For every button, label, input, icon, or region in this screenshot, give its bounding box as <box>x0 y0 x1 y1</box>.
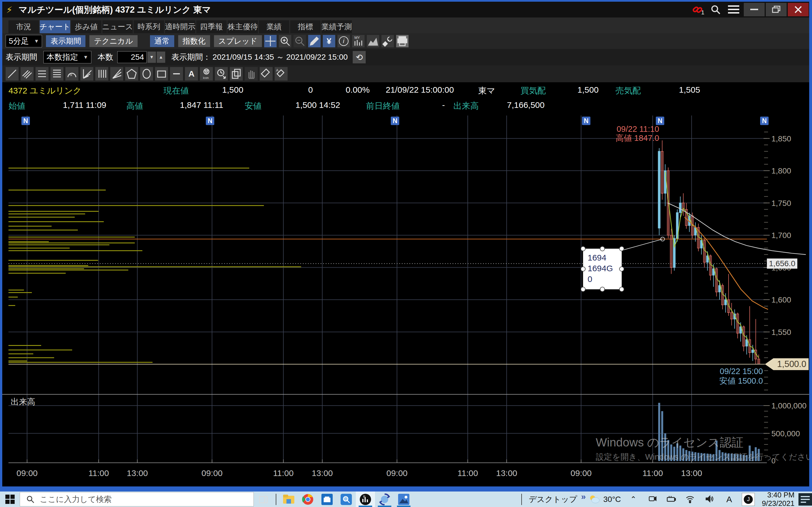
ime-mode-letter[interactable]: A <box>719 492 739 507</box>
parallel-hatch-icon[interactable] <box>20 67 34 80</box>
menu-icon[interactable] <box>725 3 743 16</box>
tab-0[interactable]: 市況 <box>8 20 39 33</box>
taskbar-divider-1 <box>273 492 279 507</box>
sync-app-icon[interactable] <box>375 492 394 507</box>
h-segment-icon[interactable] <box>170 67 183 80</box>
minimize-button[interactable] <box>744 3 765 16</box>
restore-button[interactable] <box>766 3 786 16</box>
text-tool-icon[interactable]: A <box>185 67 198 80</box>
tab-9[interactable]: 指標 <box>290 20 320 33</box>
fibonacci-arc-icon[interactable]: fx <box>65 67 79 80</box>
chrome-icon[interactable] <box>298 492 317 507</box>
marketspeed-app-icon[interactable]: R <box>356 492 375 507</box>
rectangle-icon[interactable] <box>155 67 168 80</box>
search-app-icon[interactable] <box>337 492 356 507</box>
file-explorer-icon[interactable] <box>279 492 298 507</box>
vertical-lines-icon[interactable] <box>95 67 108 80</box>
eraser-all-icon[interactable]: A <box>274 67 288 80</box>
selection-handle[interactable] <box>600 287 605 291</box>
ellipse-icon[interactable] <box>140 67 153 80</box>
pencil-icon[interactable] <box>308 35 320 47</box>
tab-7[interactable]: 株主優待 <box>227 20 258 33</box>
windows-watermark-title: Windows のライセンス認証 <box>596 436 744 449</box>
info-icon[interactable]: i <box>338 35 350 47</box>
copy-layers-icon[interactable] <box>230 67 243 80</box>
quote-row-2: 始値1,711 11:09高値1,847 11:11安値1,500 14:52前… <box>2 98 809 113</box>
wrench-icon[interactable] <box>382 35 394 47</box>
search-icon[interactable] <box>707 3 725 16</box>
desktop-toolbar[interactable]: デスクトップ» <box>525 492 588 507</box>
crosshair-icon[interactable] <box>264 35 276 47</box>
count-up-button[interactable]: ▲ <box>157 52 165 63</box>
selection-handle[interactable] <box>581 287 585 291</box>
battery-icon[interactable] <box>662 492 681 507</box>
tab-10[interactable]: 業績予測 <box>321 20 352 33</box>
eraser-icon[interactable] <box>260 67 273 80</box>
tray-expand-chevron-icon[interactable]: ⌃ <box>624 492 643 507</box>
toolbar-button-3[interactable]: 指数化 <box>178 35 210 47</box>
selection-handle[interactable] <box>619 287 624 291</box>
photos-app-icon[interactable] <box>394 492 413 507</box>
bar-count-input[interactable]: 254 <box>117 51 147 63</box>
toolbar-button-0[interactable]: 表示期間 <box>46 35 86 47</box>
selection-handle[interactable] <box>619 267 624 271</box>
store-icon[interactable] <box>317 492 337 507</box>
count-down-button[interactable]: ▼ <box>147 52 156 63</box>
reset-range-button[interactable]: ⟲ <box>353 51 366 63</box>
h-lines-4-icon[interactable] <box>50 67 63 80</box>
gann-fan-icon[interactable] <box>110 67 123 80</box>
chevrons-icon: » <box>581 492 586 501</box>
toolbar-button-4[interactable]: スプレッド <box>214 35 262 47</box>
callout-text: 1694 <box>588 253 606 262</box>
weather-icon[interactable] <box>588 492 601 507</box>
selection-handle[interactable] <box>619 246 624 251</box>
tab-bar: 市況チャート歩み値ニュース時系列適時開示四季報株主優待業績指標業績予測 <box>2 17 809 33</box>
zoom-in-icon[interactable] <box>279 35 291 47</box>
drawing-toolbar: fxAiconA <box>2 65 809 82</box>
zoom-out-icon[interactable] <box>294 35 306 47</box>
toolbar-button-1[interactable]: テクニカル <box>89 35 137 47</box>
interval-select[interactable]: 5分足▼ <box>6 35 42 47</box>
tab-4[interactable]: 時系列 <box>134 20 164 33</box>
tab-3[interactable]: ニュース <box>102 20 133 33</box>
fan-lines-icon[interactable] <box>80 67 93 80</box>
printer-icon[interactable] <box>396 35 409 47</box>
close-button[interactable] <box>788 3 809 16</box>
inforow2-field-5: 1,500 14:52 <box>296 100 340 110</box>
tab-5[interactable]: 適時開示 <box>165 20 195 33</box>
wifi-icon[interactable] <box>681 492 700 507</box>
area-chart-icon[interactable] <box>367 35 379 47</box>
icon-stamp-icon[interactable]: icon <box>200 67 213 80</box>
taskbar-clock[interactable]: 3:40 PM9/23/2021 <box>758 492 799 507</box>
my-chart-icon[interactable]: MY <box>352 35 364 47</box>
inforow1-field-3: 0 <box>308 85 313 95</box>
title-bar[interactable]: ⚡ マルチツール(個別銘柄) 4372 ユミルリンク 東マ 1 <box>2 2 809 17</box>
start-button[interactable] <box>0 492 20 507</box>
yen-icon[interactable]: ¥ <box>323 35 335 47</box>
period-mode-select[interactable]: 本数指定▼ <box>43 51 91 63</box>
taskbar-search-input[interactable]: ここに入力して検索 <box>20 492 254 507</box>
meet-now-icon[interactable] <box>643 492 662 507</box>
action-center-button[interactable] <box>799 492 812 507</box>
selection-handle[interactable] <box>581 267 585 271</box>
time-cycle-icon[interactable] <box>215 67 228 80</box>
selection-handle[interactable] <box>581 246 585 251</box>
ime-icon[interactable]: J <box>739 492 758 507</box>
hand-tool-icon[interactable] <box>245 67 258 80</box>
pentagon-icon[interactable] <box>125 67 138 80</box>
volume-axis-label: 500,000 <box>771 429 800 438</box>
selection-handle[interactable] <box>600 246 605 251</box>
tab-8[interactable]: 業績 <box>259 20 289 33</box>
price-chart[interactable]: 1,8501,8001,7501,7001,6501,6001,5501,000… <box>2 113 809 487</box>
tab-1[interactable]: チャート <box>40 20 70 33</box>
trend-line-icon[interactable] <box>6 67 18 80</box>
h-lines-3-icon[interactable] <box>36 67 49 80</box>
app-window: ⚡ マルチツール(個別銘柄) 4372 ユミルリンク 東マ 1 <box>0 0 812 492</box>
link-icon[interactable]: 1 <box>689 3 707 16</box>
toolbar-button-2[interactable]: 通常 <box>150 35 174 47</box>
task-view-icon[interactable] <box>254 492 273 507</box>
tab-6[interactable]: 四季報 <box>196 20 227 33</box>
chart-canvas[interactable]: 1,8501,8001,7501,7001,6501,6001,5501,000… <box>2 113 809 487</box>
volume-icon[interactable] <box>700 492 719 507</box>
tab-2[interactable]: 歩み値 <box>71 20 101 33</box>
